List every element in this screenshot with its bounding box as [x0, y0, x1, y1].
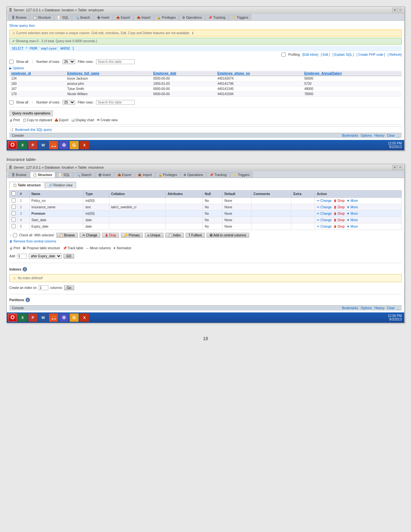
primary-btn[interactable]: 🔑 Primary	[121, 233, 142, 238]
titlebar-controls[interactable]: ⚙ ✕	[392, 8, 402, 12]
history-link[interactable]: History	[374, 134, 384, 137]
show-all-checkbox[interactable]	[9, 60, 14, 64]
fulltext-btn[interactable]: T Fulltext	[186, 233, 205, 238]
refresh-link[interactable]: [ Refresh]	[388, 53, 402, 56]
word-icon[interactable]: W	[39, 141, 48, 149]
sub-tab-relation[interactable]: 🔗 Relation view	[45, 182, 76, 188]
col-full-name[interactable]: Employee_full_name	[65, 71, 152, 76]
row1-more[interactable]: ▼ More	[347, 199, 358, 202]
add-col-input[interactable]	[17, 254, 27, 259]
create-view-op[interactable]: 👁 Create view	[97, 118, 118, 122]
row5-more[interactable]: ▼ More	[347, 225, 358, 228]
create-index-input[interactable]	[39, 285, 48, 290]
ins-tab-sql[interactable]: 📝 SQL	[56, 172, 73, 178]
export-op[interactable]: 📤 Export	[54, 118, 68, 122]
row2-checkbox[interactable]	[12, 205, 16, 209]
edit-inline-link[interactable]: [Edit inline]	[302, 53, 318, 56]
explain-link[interactable]: [ Explain SQL ]	[333, 53, 354, 56]
excel-icon-2[interactable]: X	[18, 313, 27, 322]
ins-close-icon[interactable]: ✕	[398, 165, 402, 170]
ins-tab-tracking[interactable]: 📌 Tracking	[207, 172, 230, 178]
edit-link[interactable]: [ Edit ]	[321, 53, 330, 56]
sub-tab-structure[interactable]: 📋 Table structure	[9, 182, 44, 188]
firefox-icon[interactable]: 🦊	[49, 141, 58, 149]
ins-tab-browse[interactable]: 🗄 Browse	[9, 172, 29, 178]
ins-clear-link[interactable]: Clear	[387, 306, 395, 310]
row2-more[interactable]: ▼ More	[347, 205, 358, 209]
row3-drop[interactable]: 🗑 Drop	[334, 212, 345, 215]
row1-change[interactable]: ✏ Change	[317, 199, 332, 202]
clear-link[interactable]: Clear	[387, 134, 395, 137]
ins-history-link[interactable]: History	[374, 306, 384, 310]
ins-tab-import[interactable]: 📥 Import	[135, 172, 154, 178]
bookmark-link[interactable]: Bookmark this SQL query	[15, 128, 52, 132]
ins-tab-structure[interactable]: 📋 Structure	[30, 172, 55, 178]
show-all-checkbox-bottom[interactable]	[9, 100, 14, 104]
close-icon[interactable]: ✕	[398, 8, 402, 12]
ins-options-link[interactable]: Options	[361, 306, 372, 310]
row4-change[interactable]: ✏ Change	[317, 218, 332, 222]
ins-minimize-link[interactable]: _	[397, 306, 399, 310]
print-struct-link[interactable]: 🖨 Print	[9, 246, 20, 250]
index-btn[interactable]: 📋 Index	[165, 233, 184, 238]
tab-insert[interactable]: ➕ Insert	[94, 15, 113, 20]
col-phone[interactable]: Employee_phone_no	[215, 71, 302, 76]
tab-export[interactable]: 📤 Export	[113, 15, 133, 20]
xampp-icon-2[interactable]: X	[80, 313, 89, 322]
tab-tracking[interactable]: 📌 Tracking	[205, 15, 228, 20]
rows-select[interactable]: 2550100	[63, 59, 75, 64]
ins-tab-operations[interactable]: ⚙ Operations	[181, 172, 206, 178]
add-col-go-btn[interactable]: GO	[64, 254, 74, 259]
row3-more[interactable]: ▼ More	[347, 212, 358, 215]
opera-btn[interactable]: O	[8, 141, 17, 149]
row5-checkbox[interactable]	[12, 224, 16, 228]
options-toggle[interactable]: ▶ Options	[9, 65, 402, 71]
create-php-link[interactable]: [ Create PHP code ]	[357, 53, 385, 56]
powerpoint-icon-2[interactable]: P	[28, 313, 37, 322]
browse-selected-btn[interactable]: 📋 Browse	[56, 233, 78, 238]
settings-icon[interactable]: ⚙	[392, 8, 397, 12]
chrome-icon-2[interactable]: G	[70, 313, 79, 322]
row4-drop[interactable]: 🗑 Drop	[334, 218, 345, 222]
filter-input[interactable]	[96, 59, 135, 64]
print-op[interactable]: 🖨 Print	[9, 118, 20, 122]
drop-selected-btn[interactable]: 🗑 Drop	[102, 233, 119, 238]
tab-operations[interactable]: ⚙ Operations	[179, 15, 205, 20]
copy-op[interactable]: 📋 Copy to clipboard	[23, 118, 52, 122]
row4-checkbox[interactable]	[12, 218, 16, 222]
change-selected-btn[interactable]: ✏ Change	[80, 233, 100, 238]
row4-more[interactable]: ▼ More	[347, 218, 358, 222]
gear-icon[interactable]: ⚙	[59, 141, 68, 149]
row1-checkbox[interactable]	[12, 198, 16, 202]
word-icon-2[interactable]: W	[39, 313, 48, 322]
ins-bookmarks-link[interactable]: Bookmarks	[342, 306, 358, 310]
bookmarks-link[interactable]: Bookmarks	[342, 134, 358, 137]
tab-sql[interactable]: 📝 SQL	[54, 15, 72, 20]
add-central-btn[interactable]: 🏛 Add to central columns	[207, 233, 249, 238]
row1-drop[interactable]: 🗑 Drop	[334, 199, 345, 202]
col-salary[interactable]: Employee_AnnualSalary	[302, 71, 402, 76]
show-query-box-link[interactable]: Show query box	[9, 24, 35, 27]
create-index-go[interactable]: Go	[64, 285, 74, 290]
unique-btn[interactable]: u Unique	[145, 233, 163, 238]
row3-checkbox[interactable]	[12, 211, 16, 215]
tab-import[interactable]: 📥 Import	[134, 15, 153, 20]
tab-triggers[interactable]: ⚡ Triggers	[229, 15, 251, 20]
row2-change[interactable]: ✏ Change	[317, 205, 332, 209]
col-employee-id[interactable]: employee_id	[9, 71, 65, 76]
row3-change[interactable]: ✏ Change	[317, 212, 332, 215]
check-all[interactable]	[13, 233, 17, 237]
profiling-checkbox[interactable]	[281, 53, 286, 57]
propose-struct-link[interactable]: 🏛 Propose table structure	[23, 246, 60, 250]
chrome-icon[interactable]: G	[70, 141, 79, 149]
minimize-link[interactable]: _	[397, 134, 399, 137]
gear-icon-2[interactable]: ⚙	[59, 313, 68, 322]
move-columns-link[interactable]: ↔ Move columns	[86, 246, 111, 250]
select-all-checkbox[interactable]	[12, 192, 16, 196]
row2-drop[interactable]: 🗑 Drop	[334, 205, 345, 209]
tab-browse[interactable]: 🗄 Browse	[9, 15, 29, 20]
tab-search[interactable]: 🔍 Search	[72, 15, 93, 20]
powerpoint-icon[interactable]: P	[28, 141, 37, 149]
col-dob[interactable]: Employee_dob	[152, 71, 216, 76]
rows-select-bottom[interactable]: 2550100	[63, 100, 75, 105]
